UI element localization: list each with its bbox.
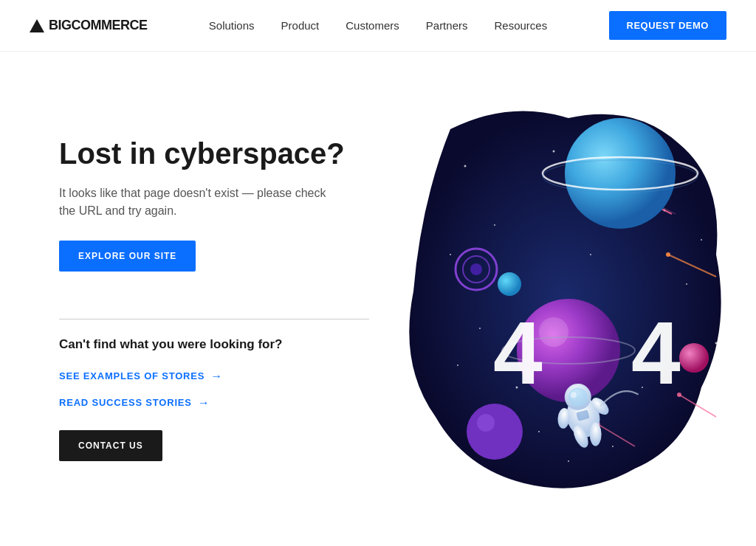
- svg-point-1: [494, 224, 495, 226]
- svg-point-5: [686, 283, 687, 285]
- logo-text: BIGCOMMERCE: [49, 18, 148, 33]
- svg-point-9: [612, 446, 614, 447]
- svg-point-15: [715, 342, 718, 345]
- nav-item-customers[interactable]: Customers: [346, 19, 399, 32]
- section-divider: [59, 319, 369, 319]
- arrow-icon: →: [210, 370, 223, 383]
- svg-point-24: [666, 252, 670, 257]
- see-examples-label: SEE EXAMPLES OF STORES: [59, 370, 205, 381]
- svg-point-2: [553, 151, 555, 153]
- text-4-right: 4: [631, 303, 681, 402]
- large-planet: [565, 118, 676, 229]
- bottom-purple-orb: [467, 404, 523, 460]
- svg-point-7: [479, 328, 481, 329]
- small-blue-orb: [498, 272, 521, 296]
- arrow-icon-2: →: [198, 396, 210, 410]
- contact-us-button[interactable]: CONTACT US: [59, 430, 162, 461]
- 404-svg: 4 4: [406, 107, 731, 491]
- page-subtext: It looks like that page doesn't exist — …: [59, 184, 340, 220]
- nav-item-solutions[interactable]: Solutions: [209, 19, 255, 32]
- nav-item-product[interactable]: Product: [281, 19, 320, 32]
- svg-point-17: [568, 460, 569, 462]
- svg-point-16: [457, 364, 458, 366]
- svg-point-11: [701, 239, 702, 241]
- cant-find-label: Can't find what you were looking for?: [59, 337, 399, 352]
- logo-triangle-icon: [30, 19, 44, 32]
- svg-point-13: [590, 254, 591, 255]
- svg-point-0: [464, 165, 467, 167]
- bottom-purple-highlight: [477, 414, 495, 432]
- left-panel: Lost in cyberspace? It looks like that p…: [59, 137, 399, 461]
- small-pink-orb: [679, 343, 709, 373]
- main-content: Lost in cyberspace? It looks like that p…: [0, 52, 756, 546]
- svg-point-12: [450, 254, 451, 255]
- svg-point-34: [590, 422, 602, 446]
- explore-site-button[interactable]: EXPLORE OUR SITE: [59, 241, 196, 272]
- request-demo-button[interactable]: REQUEST DEMO: [609, 11, 726, 40]
- nav-item-partners[interactable]: Partners: [426, 19, 468, 32]
- planet-highlight: [539, 317, 568, 347]
- svg-point-10: [538, 431, 540, 432]
- main-nav: Solutions Product Customers Partners Res…: [209, 19, 547, 32]
- logo[interactable]: BIGCOMMERCE: [30, 18, 148, 33]
- spiral-planet-3: [470, 263, 482, 275]
- text-4-left: 4: [493, 303, 543, 402]
- read-stories-label: READ SUCCESS STORIES: [59, 397, 192, 408]
- see-examples-link[interactable]: SEE EXAMPLES OF STORES →: [59, 370, 399, 383]
- space-404-illustration: 4 4: [406, 107, 731, 491]
- read-stories-link[interactable]: READ SUCCESS STORIES →: [59, 396, 399, 410]
- site-header: BIGCOMMERCE Solutions Product Customers …: [0, 0, 756, 52]
- nav-item-resources[interactable]: Resources: [494, 19, 547, 32]
- page-headline: Lost in cyberspace?: [59, 137, 399, 170]
- illustration-panel: 4 4: [399, 107, 738, 491]
